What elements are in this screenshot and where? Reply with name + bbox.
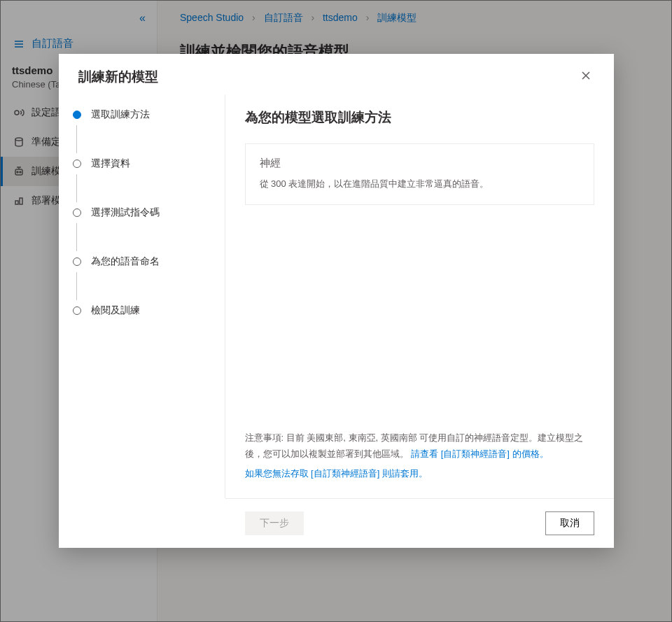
next-button[interactable]: 下一步: [245, 511, 304, 535]
step-review-train[interactable]: 檢閱及訓練: [73, 304, 211, 321]
step-label: 選擇測試指令碼: [91, 206, 160, 219]
close-icon: [580, 70, 592, 84]
step-select-script[interactable]: 選擇測試指令碼: [73, 206, 211, 223]
step-name-voice[interactable]: 為您的語音命名: [73, 255, 211, 272]
step-label: 選擇資料: [91, 157, 130, 170]
step-select-data[interactable]: 選擇資料: [73, 157, 211, 174]
training-method-option-neural[interactable]: 神經 從 300 表達開始，以在進階品質中建立非常逼真的語音。: [245, 143, 594, 205]
step-marker-icon: [73, 160, 81, 168]
step-connector: [76, 125, 77, 153]
modal-title: 訓練新的模型: [78, 68, 158, 86]
cancel-button[interactable]: 取消: [545, 511, 594, 535]
step-connector: [76, 174, 77, 202]
step-connector: [76, 223, 77, 251]
option-title: 神經: [260, 157, 580, 170]
note-text-2: 如果您無法存取 [自訂類神經語音] 則請套用。: [245, 465, 594, 481]
step-marker-icon: [73, 208, 81, 217]
wizard-steps: 選取訓練方法 選擇資料 選擇測試指令碼 為您的語音命名: [59, 94, 225, 498]
apply-access-link[interactable]: 如果您無法存取 [自訂類神經語音] 則請套用。: [245, 468, 428, 479]
pricing-link[interactable]: 請查看 [自訂類神經語音] 的價格。: [411, 448, 548, 459]
step-label: 檢閱及訓練: [91, 304, 140, 317]
step-label: 選取訓練方法: [91, 108, 150, 121]
modal-content: 為您的模型選取訓練方法 神經 從 300 表達開始，以在進階品質中建立非常逼真的…: [225, 94, 614, 498]
train-model-modal: 訓練新的模型 選取訓練方法 選擇資料: [59, 54, 614, 548]
step-marker-active-icon: [73, 111, 81, 119]
step-select-method[interactable]: 選取訓練方法: [73, 108, 211, 125]
note-text: 注意事項: 目前 美國東部, 東南亞, 英國南部 可使用自訂的神經語音定型。建立…: [245, 430, 594, 462]
step-marker-icon: [73, 257, 81, 266]
option-description: 從 300 表達開始，以在進階品質中建立非常逼真的語音。: [260, 177, 580, 192]
step-connector: [76, 272, 77, 300]
modal-overlay: 訓練新的模型 選取訓練方法 選擇資料: [1, 1, 671, 621]
step-label: 為您的語音命名: [91, 255, 160, 268]
step-marker-icon: [73, 306, 81, 315]
modal-footer: 下一步 取消: [225, 498, 614, 548]
close-button[interactable]: [578, 69, 594, 85]
content-title: 為您的模型選取訓練方法: [245, 108, 594, 127]
